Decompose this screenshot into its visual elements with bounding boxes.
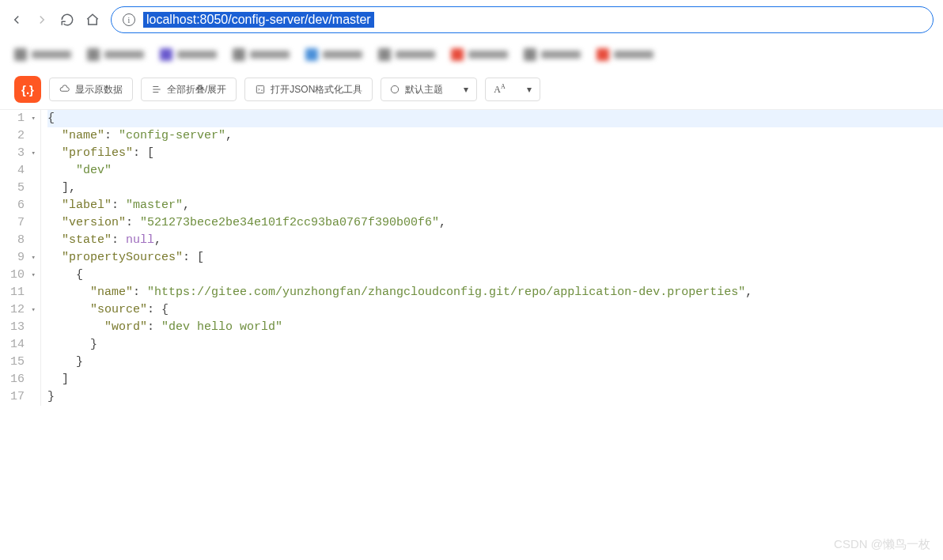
bookmark-item[interactable] (305, 48, 362, 61)
code-line: } (47, 336, 943, 354)
code-line: "profiles": [ (47, 145, 943, 162)
line-number[interactable]: 10 (0, 267, 34, 284)
browser-nav-bar: i localhost:8050/config-server/dev/maste… (0, 0, 943, 40)
code-line: { (47, 110, 943, 127)
line-number: 15 (0, 354, 34, 371)
line-number: 4 (0, 162, 34, 180)
bookmark-item[interactable] (233, 48, 290, 61)
code-line: { (47, 267, 943, 284)
code-line: "source": { (47, 301, 943, 319)
bookmarks-bar (0, 40, 943, 70)
collapse-expand-button[interactable]: 全部折叠/展开 (141, 78, 237, 101)
forward-button[interactable] (35, 13, 49, 27)
collapse-icon (151, 84, 162, 95)
line-number[interactable]: 12 (0, 301, 34, 319)
code-line: "word": "dev hello world" (47, 319, 943, 336)
json-toolbar: {.} 显示原数据 全部折叠/展开 打开JSON格式化工具 默认主题 ▾ AA … (0, 70, 943, 110)
line-number: 6 (0, 197, 34, 214)
json-viewer: 1234567891011121314151617 { "name": "con… (0, 110, 943, 406)
bookmark-item[interactable] (87, 48, 144, 61)
open-formatter-button[interactable]: 打开JSON格式化工具 (244, 78, 373, 101)
bookmark-item[interactable] (451, 48, 508, 61)
json-viewer-logo: {.} (14, 76, 41, 103)
code-line: "name": "config-server", (47, 127, 943, 145)
line-number: 11 (0, 284, 34, 301)
bookmark-item[interactable] (14, 48, 71, 61)
code-line: ] (47, 371, 943, 388)
url-text: localhost:8050/config-server/dev/master (143, 12, 374, 28)
chevron-down-icon: ▾ (527, 84, 532, 95)
code-line: ], (47, 180, 943, 197)
bookmark-item[interactable] (378, 48, 435, 61)
code-line: "propertySources": [ (47, 249, 943, 267)
home-button[interactable] (85, 13, 100, 27)
json-code[interactable]: { "name": "config-server", "profiles": [… (41, 110, 943, 406)
bookmark-item[interactable] (524, 48, 581, 61)
line-number[interactable]: 3 (0, 145, 34, 162)
line-number: 7 (0, 214, 34, 232)
theme-icon (389, 84, 400, 95)
code-line: "dev" (47, 162, 943, 180)
code-line: } (47, 388, 943, 406)
code-line: "version": "521273bece2be34e101f2cc93ba0… (47, 214, 943, 232)
line-number: 8 (0, 232, 34, 249)
code-line: } (47, 354, 943, 371)
bookmark-item[interactable] (160, 48, 217, 61)
chevron-down-icon: ▾ (464, 84, 468, 95)
line-number[interactable]: 1 (0, 110, 34, 127)
svg-rect-0 (257, 85, 264, 93)
line-gutter: 1234567891011121314151617 (0, 110, 41, 406)
code-line: "name": "https://gitee.com/yunzhongfan/z… (47, 284, 943, 301)
line-number: 5 (0, 180, 34, 197)
line-number: 16 (0, 371, 34, 388)
format-icon (255, 84, 266, 95)
watermark: CSDN @懒鸟一枚 (834, 537, 930, 552)
font-dropdown[interactable]: AA ▾ (485, 78, 540, 101)
cloud-icon (59, 84, 70, 95)
show-raw-button[interactable]: 显示原数据 (49, 78, 133, 101)
address-bar[interactable]: i localhost:8050/config-server/dev/maste… (111, 6, 934, 33)
line-number: 2 (0, 127, 34, 145)
reload-button[interactable] (60, 13, 74, 27)
code-line: "label": "master", (47, 197, 943, 214)
theme-dropdown[interactable]: 默认主题 ▾ (381, 78, 477, 101)
line-number: 17 (0, 388, 34, 406)
svg-point-1 (392, 85, 399, 93)
line-number[interactable]: 9 (0, 249, 34, 267)
bookmark-item[interactable] (596, 48, 653, 61)
back-button[interactable] (9, 13, 24, 27)
code-line: "state": null, (47, 232, 943, 249)
site-info-icon[interactable]: i (123, 13, 135, 26)
line-number: 13 (0, 319, 34, 336)
line-number: 14 (0, 336, 34, 354)
